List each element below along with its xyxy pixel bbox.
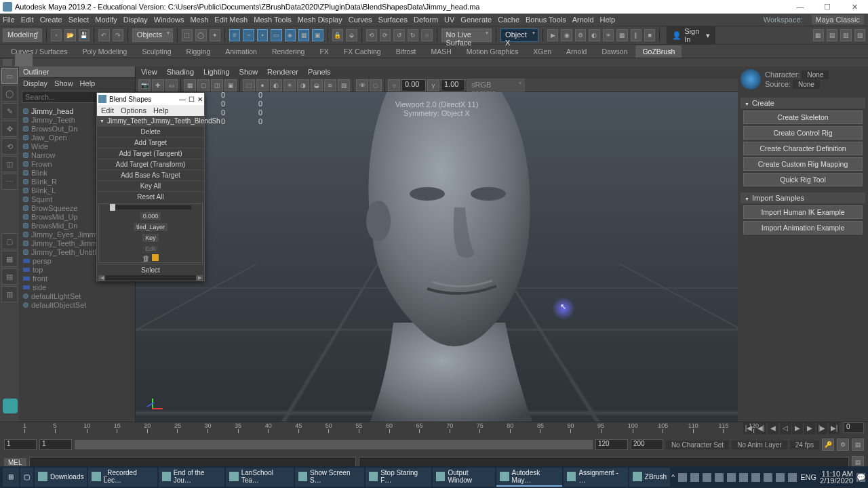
four-pane-button[interactable]: ▦ [1, 251, 18, 267]
rp-button[interactable]: Create Character Definition [743, 142, 863, 155]
snap-view-button[interactable]: ◈ [285, 29, 296, 41]
viewport-canvas[interactable]: 0 00 00 00 0 [136, 92, 738, 422]
menu-mesh-tools[interactable]: Mesh Tools [254, 16, 291, 24]
menu-edit-mesh[interactable]: Edit Mesh [214, 16, 248, 24]
vp-exposure-field[interactable]: 0.00 [401, 79, 426, 92]
menu-mesh[interactable]: Mesh [190, 16, 208, 24]
viewport-menu-shading[interactable]: Shading [167, 68, 194, 77]
taskbar-item[interactable]: ZBrush [629, 468, 670, 487]
history3-button[interactable]: ↺ [393, 29, 404, 41]
tray-icon[interactable] [703, 473, 711, 482]
vp-smooth-button[interactable]: ● [256, 79, 269, 92]
outliner-layout-button[interactable]: ▥ [1, 286, 18, 302]
snap-live-button[interactable]: ▦ [298, 29, 309, 41]
bs-action[interactable]: Add Target (Tangent) [97, 148, 204, 159]
tab-bifrost[interactable]: Bifrost [389, 45, 423, 58]
tab-dawson[interactable]: Dawson [595, 45, 634, 58]
menu-windows[interactable]: Windows [154, 16, 184, 24]
bs-action[interactable]: Key All [97, 180, 204, 191]
select-filter-dropdown[interactable]: Objects [132, 28, 173, 42]
create-section[interactable]: Create [741, 98, 865, 108]
bs-max-button[interactable]: ☐ [189, 96, 195, 103]
vp-lights-button[interactable]: ☀ [283, 79, 296, 92]
rp-button[interactable]: Create Control Rig [743, 126, 863, 140]
history4-button[interactable]: ↻ [408, 29, 418, 41]
workspace-dropdown[interactable]: Maya Classic [812, 15, 864, 24]
two-pane-button[interactable]: ▤ [1, 268, 18, 285]
light-button[interactable]: ☀ [603, 29, 614, 41]
notifications-button[interactable]: 💬 [856, 473, 865, 482]
tray-clock[interactable]: 11:10 AM2/19/2020 [820, 470, 853, 484]
cmd-language-label[interactable]: MEL [4, 458, 26, 467]
paint-select-button[interactable]: ✦ [210, 29, 220, 41]
vp-bookmark-button[interactable]: ✚ [152, 79, 164, 92]
tray-icon[interactable] [690, 473, 699, 482]
menu-deform[interactable]: Deform [414, 16, 438, 24]
bs-menu-help[interactable]: Help [153, 106, 169, 115]
taskbar-item[interactable]: Stop Staring F… [366, 468, 431, 487]
taskbar-item[interactable]: _Recorded Lec… [88, 468, 157, 487]
vp-xray-button[interactable]: ◌ [370, 79, 382, 92]
vp-image-plane-button[interactable]: ▭ [165, 79, 178, 92]
blendshape-select-button[interactable]: Select [97, 264, 204, 275]
vp-gamma-field[interactable]: 1.00 [441, 79, 465, 92]
maximize-button[interactable]: ☐ [814, 0, 841, 14]
trash-icon[interactable]: 🗑 [142, 254, 150, 262]
snap-grid-button[interactable]: # [229, 29, 240, 41]
tab-arnold[interactable]: Arnold [559, 45, 593, 58]
ipr-button[interactable]: ◉ [561, 29, 572, 41]
move-tool[interactable]: ✥ [1, 121, 18, 137]
taskbar-item[interactable]: Autodesk May… [496, 468, 562, 487]
range-end-outer[interactable]: 200 [631, 439, 663, 450]
animlayer-dropdown[interactable]: No Anim Layer [732, 441, 787, 449]
tray-icon[interactable] [678, 473, 687, 482]
autokey-button[interactable]: 🔑 [822, 439, 834, 451]
shelf-toggle-2[interactable]: ▤ [827, 29, 837, 41]
shelf-toggle-4[interactable]: ▧ [854, 29, 865, 41]
bs-min-button[interactable]: — [179, 96, 186, 103]
vp-ao-button[interactable]: ◒ [311, 79, 323, 92]
tab-fx-caching[interactable]: FX Caching [337, 45, 388, 58]
play-button[interactable]: ▶ [792, 422, 803, 434]
rotate-tool[interactable]: ⟲ [1, 138, 18, 155]
go-end-button[interactable]: ▶| [829, 422, 840, 434]
tab-sculpting[interactable]: Sculpting [135, 45, 178, 58]
outliner-set[interactable]: defaultObjectSet [19, 300, 135, 309]
tray-icon[interactable] [788, 473, 797, 482]
tray-lang[interactable]: ENG [800, 473, 816, 481]
task-view-button[interactable]: ▢ [20, 468, 33, 487]
last-tool[interactable]: ⋯ [1, 174, 18, 190]
rp-button[interactable]: Create Custom Rig Mapping [743, 157, 863, 171]
tab-poly-modeling[interactable]: Poly Modeling [75, 45, 134, 58]
close-button[interactable]: ✕ [841, 0, 868, 14]
vp-film-gate-button[interactable]: ▢ [197, 79, 210, 92]
range-slider[interactable] [75, 440, 593, 449]
blendshape-scrollbar[interactable]: ◀▶ [98, 275, 203, 281]
tab-animation[interactable]: Animation [218, 45, 264, 58]
signin-button[interactable]: 👤 Sign In ▾ [667, 26, 715, 45]
new-scene-button[interactable]: ▫ [51, 29, 62, 41]
tab-rigging[interactable]: Rigging [180, 45, 218, 58]
outliner-camera[interactable]: side [19, 283, 135, 291]
character-dropdown[interactable]: None [802, 70, 829, 79]
paint-tool[interactable]: ✎ [1, 103, 18, 119]
vp-gamma-button[interactable]: γ [427, 79, 439, 92]
symmetry-dropdown[interactable]: Object X [500, 28, 538, 42]
tray-icon[interactable] [727, 473, 736, 482]
blendshapes-window[interactable]: Blend Shapes —☐✕ EditOptionsHelp Jimmy_T… [96, 92, 205, 281]
bs-close-button[interactable]: ✕ [197, 96, 203, 103]
outliner-menu-show[interactable]: Show [54, 79, 73, 87]
lock-button[interactable]: 🔒 [332, 29, 343, 41]
redo-button[interactable]: ↷ [113, 29, 123, 41]
select-mode-button[interactable]: ⬚ [182, 29, 193, 41]
playblast-button[interactable]: ▦ [616, 29, 627, 41]
step-back-button[interactable]: ◀ [768, 422, 778, 434]
outliner-set[interactable]: defaultLightSet [19, 291, 135, 300]
vp-camera-button[interactable]: 📷 [138, 79, 151, 92]
snap-plane-button[interactable]: ▭ [271, 29, 281, 41]
blendshape-edit-button[interactable]: Edit [142, 245, 159, 253]
taskbar-item[interactable]: Show Screen S… [295, 468, 364, 487]
render-button[interactable]: ▶ [547, 29, 558, 41]
menu-edit[interactable]: Edit [21, 16, 34, 24]
menu-modify[interactable]: Modify [95, 16, 117, 24]
